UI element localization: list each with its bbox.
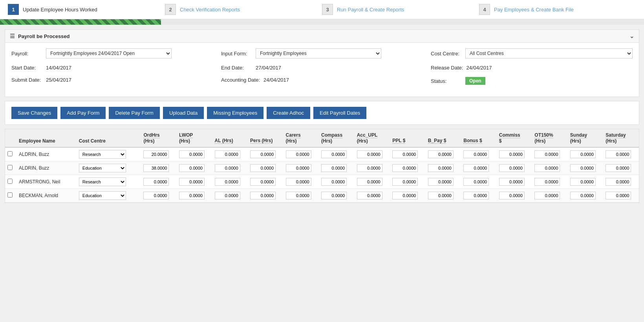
num-input[interactable] <box>463 150 489 158</box>
num-cell <box>461 147 497 161</box>
create-adhoc-button[interactable]: Create Adhoc <box>267 107 310 119</box>
missing-employees-button[interactable]: Missing Employees <box>207 107 263 119</box>
employee-name-cell: ALDRIN, Buzz <box>16 147 77 161</box>
num-input[interactable] <box>321 178 347 186</box>
employee-name-cell: BECKMAN, Arnold <box>16 189 77 203</box>
num-cell <box>603 189 639 203</box>
status-label: Status: <box>431 78 462 84</box>
num-cell <box>355 161 390 175</box>
num-input[interactable] <box>179 192 205 199</box>
num-input[interactable] <box>357 178 382 186</box>
num-input[interactable] <box>606 178 631 186</box>
step-2[interactable]: 2 Check Verification Reports <box>165 4 322 15</box>
num-input[interactable] <box>534 164 560 172</box>
num-input[interactable] <box>357 150 382 158</box>
num-input[interactable] <box>215 178 240 186</box>
num-input[interactable] <box>606 192 631 199</box>
num-input[interactable] <box>463 178 489 186</box>
num-input[interactable] <box>250 164 276 172</box>
num-input[interactable] <box>215 192 240 199</box>
step-3[interactable]: 3 Run Payroll & Create Reports <box>322 4 479 15</box>
col-acc-upl: Acc_UPL (Hrs) <box>355 129 390 147</box>
num-input[interactable] <box>286 150 311 158</box>
num-input[interactable] <box>215 150 240 158</box>
edit-payroll-dates-button[interactable]: Edit Payroll Dates <box>313 107 366 119</box>
num-cell <box>532 161 568 175</box>
table-container[interactable]: Employee Name Cost Centre OrdHrs (Hrs) L… <box>5 129 639 203</box>
cost-centre-cell: Research <box>77 147 141 161</box>
chevron-up-icon[interactable]: ⌄ <box>629 33 634 39</box>
num-input[interactable] <box>321 164 347 172</box>
save-changes-button[interactable]: Save Changes <box>11 107 57 119</box>
num-input[interactable] <box>321 150 347 158</box>
num-input[interactable] <box>428 150 454 158</box>
num-input[interactable] <box>250 150 276 158</box>
num-input[interactable] <box>428 178 454 186</box>
num-cell <box>426 175 461 189</box>
num-input[interactable] <box>392 192 418 199</box>
num-cell <box>177 161 212 175</box>
num-input[interactable] <box>392 164 418 172</box>
num-input[interactable] <box>392 178 418 186</box>
num-cell <box>177 175 212 189</box>
num-input[interactable] <box>215 164 240 172</box>
num-input[interactable] <box>534 192 560 199</box>
num-input[interactable] <box>179 164 205 172</box>
num-input[interactable] <box>286 164 311 172</box>
cost-centre-select[interactable]: All Cost Centres <box>465 48 633 59</box>
step-2-label[interactable]: Check Verification Reports <box>180 7 240 13</box>
row-checkbox-2[interactable] <box>7 179 13 184</box>
num-input[interactable] <box>286 178 311 186</box>
row-checkbox-3[interactable] <box>7 192 13 198</box>
num-input[interactable] <box>357 164 382 172</box>
num-input[interactable] <box>499 192 525 199</box>
num-input[interactable] <box>179 178 205 186</box>
num-input[interactable] <box>499 178 525 186</box>
num-input[interactable] <box>143 192 169 199</box>
delete-pay-form-button[interactable]: Delete Pay Form <box>109 107 160 119</box>
step-3-label[interactable]: Run Payroll & Create Reports <box>337 7 404 13</box>
cost-centre-cell: Research <box>77 175 141 189</box>
num-input[interactable] <box>179 150 205 158</box>
num-input[interactable] <box>392 150 418 158</box>
row-checkbox-0[interactable] <box>7 151 13 156</box>
cost-centre-row-select[interactable]: Education <box>79 191 126 200</box>
payroll-select[interactable]: Fortnightly Employees 24/04/2017 Open <box>46 48 172 59</box>
num-input[interactable] <box>463 192 489 199</box>
num-input[interactable] <box>606 164 631 172</box>
row-checkbox-1[interactable] <box>7 165 13 170</box>
accounting-date-label: Accounting Date: <box>221 77 260 83</box>
num-input[interactable] <box>606 150 631 158</box>
num-input[interactable] <box>534 178 560 186</box>
col-employee-name: Employee Name <box>16 129 77 147</box>
num-input[interactable] <box>286 192 311 199</box>
num-input[interactable] <box>570 178 596 186</box>
num-cell <box>141 189 177 203</box>
num-input[interactable] <box>143 164 169 172</box>
num-input[interactable] <box>250 178 276 186</box>
upload-data-button[interactable]: Upload Data <box>163 107 204 119</box>
num-input[interactable] <box>357 192 382 199</box>
num-input[interactable] <box>570 150 596 158</box>
num-input[interactable] <box>499 164 525 172</box>
add-pay-form-button[interactable]: Add Pay Form <box>60 107 106 119</box>
num-input[interactable] <box>321 192 347 199</box>
num-input[interactable] <box>428 164 454 172</box>
num-input[interactable] <box>534 150 560 158</box>
num-input[interactable] <box>499 150 525 158</box>
num-input[interactable] <box>143 178 169 186</box>
num-input[interactable] <box>570 164 596 172</box>
num-input[interactable] <box>250 192 276 199</box>
num-input[interactable] <box>463 164 489 172</box>
num-cell <box>426 147 461 161</box>
num-input[interactable] <box>143 150 169 158</box>
cost-centre-row-select[interactable]: Education <box>79 164 126 172</box>
num-input[interactable] <box>570 192 596 199</box>
input-form-select[interactable]: Fortnightly Employees <box>256 48 381 59</box>
cost-centre-row-select[interactable]: Research <box>79 177 126 186</box>
num-input[interactable] <box>428 192 454 199</box>
cost-centre-row-select[interactable]: Research <box>79 150 126 159</box>
step-4[interactable]: 4 Pay Employees & Create Bank File <box>479 4 636 15</box>
table-row: ARMSTRONG, Neil Research <box>5 175 639 189</box>
step-4-label[interactable]: Pay Employees & Create Bank File <box>494 7 574 13</box>
